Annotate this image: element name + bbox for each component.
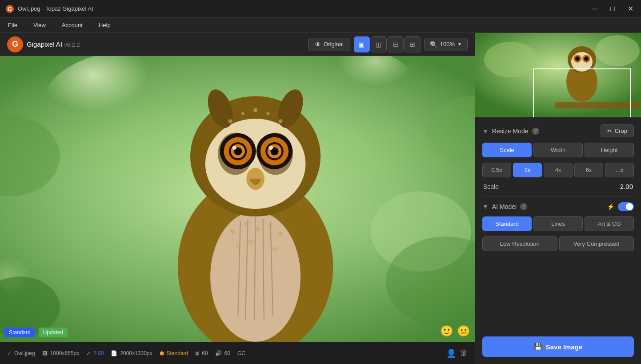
svg-point-46 — [272, 247, 277, 252]
minimize-button[interactable]: ─ — [589, 4, 600, 14]
svg-point-39 — [244, 222, 248, 226]
low-resolution-option[interactable]: Low Resolution — [482, 236, 557, 251]
svg-point-29 — [269, 146, 273, 150]
image-area: G Gigapixel AI v6.2.2 👁 Original ▣ ◫ ⊟ ⊞ — [0, 33, 475, 364]
bottom-bar: ✓ Owl.jpeg 🖼 1000x665px ⤢ 2.00 📄 2000x13… — [0, 342, 475, 364]
right-panel: ▼ Resize Mode ? ✂ Crop Scale Width Heigh… — [475, 33, 641, 364]
ai-model-header: ▼ AI Model ? ⚡ — [482, 202, 634, 211]
original-size-status: 🖼 1000x665px — [42, 350, 79, 356]
menu-account[interactable]: Account — [58, 20, 86, 30]
grid-icon: ▦ — [195, 351, 199, 356]
toolbar-right: 👁 Original ▣ ◫ ⊟ ⊞ 🔍 100% ▼ — [308, 36, 468, 52]
menu-file[interactable]: File — [4, 20, 21, 30]
ai-model-toggle[interactable] — [618, 202, 634, 211]
menu-bar: File View Account Help — [0, 18, 641, 33]
scale-label: Scale — [483, 183, 499, 190]
resize-chevron-icon[interactable]: ▼ — [482, 128, 489, 135]
toolbar: G Gigapixel AI v6.2.2 👁 Original ▣ ◫ ⊟ ⊞ — [0, 33, 475, 56]
height-tab[interactable]: Height — [585, 143, 634, 157]
zoom-control[interactable]: 🔍 100% ▼ — [424, 38, 468, 51]
owl-image — [0, 56, 475, 342]
status-standard-chip: Standard — [4, 328, 35, 337]
model-status: ⬟ Standard — [160, 350, 188, 356]
scale-4x[interactable]: 4x — [544, 163, 573, 177]
scale-row: Scale 2.00 — [482, 183, 634, 190]
image-status-overlay: Standard Updated — [4, 328, 68, 337]
settings-panel: ▼ Resize Mode ? ✂ Crop Scale Width Heigh… — [475, 117, 641, 333]
quality-options: Low Resolution Very Compressed — [482, 236, 634, 251]
standard-model-tab[interactable]: Standard — [482, 216, 532, 231]
svg-point-38 — [230, 229, 235, 234]
scale-6x[interactable]: 6x — [574, 163, 603, 177]
scale-tab[interactable]: Scale — [482, 143, 532, 157]
scale-2x[interactable]: 2x — [513, 163, 542, 177]
svg-point-36 — [266, 112, 269, 115]
view-quad-btn[interactable]: ⊞ — [405, 36, 421, 52]
happy-reaction-button[interactable]: 🙂 — [440, 325, 453, 337]
view-split-v-btn[interactable]: ◫ — [371, 36, 387, 52]
chevron-down-icon: ▼ — [457, 42, 462, 47]
svg-point-33 — [228, 119, 232, 123]
ai-model-help-button[interactable]: ? — [520, 203, 527, 210]
crop-button[interactable]: ✂ Crop — [601, 124, 634, 137]
image-size-icon: 🖼 — [42, 350, 48, 356]
check-icon: ✓ — [7, 350, 12, 356]
scale-0-5x[interactable]: 0.5x — [482, 163, 511, 177]
sad-reaction-button[interactable]: 😐 — [457, 325, 470, 337]
crop-icon: ✂ — [607, 128, 612, 134]
svg-point-53 — [595, 35, 640, 66]
ai-model-chevron-icon[interactable]: ▼ — [482, 203, 489, 210]
art-cg-model-tab[interactable]: Art & CG — [585, 216, 634, 231]
app-logo: G Gigapixel AI v6.2.2 — [7, 36, 80, 52]
svg-point-37 — [279, 119, 283, 123]
view-single-btn[interactable]: ▣ — [354, 36, 370, 52]
svg-point-34 — [241, 112, 244, 115]
audio-icon: 🔊 — [215, 350, 222, 356]
width-tab[interactable]: Width — [533, 143, 583, 157]
svg-point-35 — [253, 108, 257, 112]
scale-value: 2.00 — [620, 183, 633, 190]
svg-text:G: G — [8, 6, 12, 12]
ai-model-action: ⚡ — [607, 202, 634, 211]
title-bar-controls: ─ □ ✕ — [589, 4, 636, 14]
maximize-button[interactable]: □ — [607, 4, 618, 14]
bottom-icons: 👤 🗑 — [446, 348, 468, 358]
image-canvas[interactable]: Standard Updated 🙂 😐 — [0, 56, 475, 342]
mini-preview-box — [533, 68, 631, 117]
svg-point-23 — [232, 146, 236, 150]
view-split-h-btn[interactable]: ⊟ — [388, 36, 404, 52]
scale-status: ⤢ 2.00 — [86, 350, 104, 356]
very-compressed-option[interactable]: Very Compressed — [559, 236, 634, 251]
scale-icon: ⤢ — [86, 350, 91, 356]
svg-point-45 — [261, 244, 265, 248]
resize-tabs: Scale Width Height — [482, 143, 634, 157]
title-bar: G Owl.jpeg - Topaz Gigapixel AI ─ □ ✕ — [0, 0, 641, 18]
model-icon: ⬟ — [160, 350, 164, 356]
save-icon: 💾 — [534, 343, 542, 351]
person-icon-button[interactable]: 👤 — [446, 348, 456, 358]
resize-mode-title: Resize Mode — [492, 128, 529, 135]
close-button[interactable]: ✕ — [625, 4, 636, 14]
app-icon: G — [5, 4, 14, 13]
original-button[interactable]: 👁 Original — [308, 38, 350, 51]
delete-icon-button[interactable]: 🗑 — [460, 348, 468, 358]
resize-action: ✂ Crop — [601, 124, 634, 137]
svg-point-43 — [236, 244, 240, 248]
eye-icon: 👁 — [315, 41, 321, 48]
menu-view[interactable]: View — [30, 20, 49, 30]
lightning-icon: ⚡ — [607, 203, 614, 210]
svg-point-44 — [248, 239, 253, 244]
resize-help-button[interactable]: ? — [532, 128, 539, 135]
main-layout: G Gigapixel AI v6.2.2 👁 Original ▣ ◫ ⊟ ⊞ — [0, 33, 641, 364]
svg-point-60 — [584, 56, 589, 61]
app-logo-icon: G — [7, 36, 23, 52]
menu-help[interactable]: Help — [95, 20, 114, 30]
ai-model-title: AI Model — [492, 203, 517, 210]
app-name: Gigapixel AI v6.2.2 — [27, 40, 80, 48]
svg-point-42 — [278, 232, 283, 236]
scale-custom[interactable]: ...x — [605, 163, 634, 177]
lines-model-tab[interactable]: Lines — [533, 216, 583, 231]
save-image-button[interactable]: 💾 Save Image — [482, 336, 634, 357]
svg-point-40 — [256, 227, 260, 232]
svg-point-58 — [575, 56, 580, 61]
